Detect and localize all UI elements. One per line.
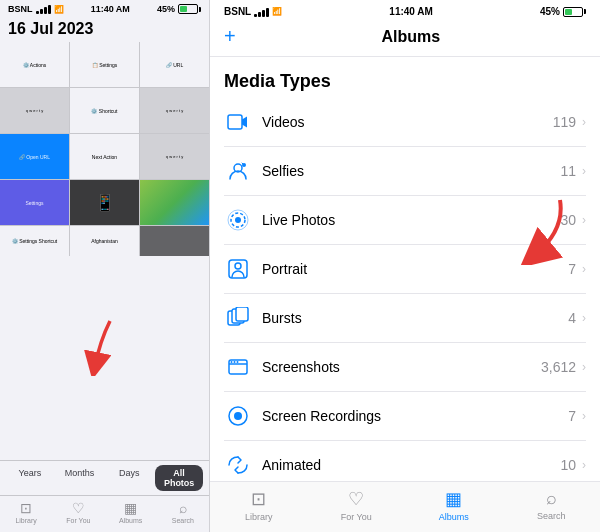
bursts-count: 4 bbox=[568, 310, 576, 326]
battery-body bbox=[178, 4, 198, 14]
battery-fill bbox=[180, 6, 187, 12]
r-tab-albums-label: Albums bbox=[439, 512, 469, 522]
thumb-2: 📋 Settings bbox=[70, 42, 139, 87]
thumb-4-text: q w e r t y bbox=[25, 107, 44, 114]
foryou-icon: ♡ bbox=[72, 500, 85, 516]
thumb-14-text: Afghanistan bbox=[90, 237, 118, 245]
animated-count: 10 bbox=[560, 457, 576, 473]
r-signal-2 bbox=[258, 12, 261, 17]
bursts-chevron: › bbox=[582, 311, 586, 325]
left-header: 16 Jul 2023 bbox=[0, 18, 209, 42]
left-screenshots-area[interactable]: ⚙️ Actions 📋 Settings 🔗 URL q w e r t y … bbox=[0, 42, 209, 460]
r-signal-1 bbox=[254, 14, 257, 17]
years-bar[interactable]: Years Months Days All Photos bbox=[0, 461, 209, 495]
albums-title: Albums bbox=[382, 28, 441, 46]
right-tab-search[interactable]: ⌕ Search bbox=[503, 488, 601, 522]
left-panel: BSNL 📶 11:40 AM 45% 16 Jul 2023 bbox=[0, 0, 210, 532]
animated-label: Animated bbox=[262, 457, 560, 473]
right-content[interactable]: Media Types Videos 119 › bbox=[210, 57, 600, 481]
right-battery-icon bbox=[563, 7, 586, 17]
live-photos-count: 30 bbox=[560, 212, 576, 228]
r-signal-4 bbox=[266, 8, 269, 17]
thumb-6: q w e r t y bbox=[140, 88, 209, 133]
thumb-7-text: 🔗 Open URL bbox=[18, 153, 51, 161]
left-tab-foryou[interactable]: ♡ For You bbox=[52, 500, 104, 524]
svg-point-12 bbox=[231, 361, 233, 363]
thumb-8: Next Action bbox=[70, 134, 139, 179]
left-tab-search[interactable]: ⌕ Search bbox=[157, 500, 209, 524]
r-library-icon: ⊡ bbox=[251, 488, 266, 510]
left-battery-pct: 45% bbox=[157, 4, 175, 14]
left-status-left: BSNL 📶 bbox=[8, 4, 64, 14]
tab-days[interactable]: Days bbox=[106, 465, 154, 491]
right-header: + Albums bbox=[210, 21, 600, 57]
screenshots-count: 3,612 bbox=[541, 359, 576, 375]
album-row-screen-recordings[interactable]: Screen Recordings 7 › bbox=[224, 392, 586, 441]
selfie-icon bbox=[224, 157, 252, 185]
r-tab-foryou-label: For You bbox=[341, 512, 372, 522]
left-tab-albums[interactable]: ▦ Albums bbox=[105, 500, 157, 524]
thumb-3-text: 🔗 URL bbox=[165, 61, 184, 69]
videos-count: 119 bbox=[553, 114, 576, 130]
left-tab-albums-label: Albums bbox=[119, 517, 142, 524]
videos-chevron: › bbox=[582, 115, 586, 129]
album-row-bursts[interactable]: Bursts 4 › bbox=[224, 294, 586, 343]
add-album-button[interactable]: + bbox=[224, 25, 236, 48]
svg-rect-0 bbox=[228, 115, 242, 129]
signal-bar-1 bbox=[36, 11, 39, 14]
r-battery-fill bbox=[565, 9, 572, 15]
signal-bar-2 bbox=[40, 9, 43, 14]
right-wifi-icon: 📶 bbox=[272, 7, 282, 16]
thumb-8-text: Next Action bbox=[91, 153, 118, 161]
album-row-portrait[interactable]: Portrait 7 › bbox=[224, 245, 586, 294]
tab-all-photos[interactable]: All Photos bbox=[155, 465, 203, 491]
screen-recordings-chevron: › bbox=[582, 409, 586, 423]
phone-image: 📱 bbox=[95, 193, 115, 212]
svg-point-16 bbox=[234, 412, 242, 420]
r-search-icon: ⌕ bbox=[546, 488, 557, 509]
left-red-arrow bbox=[80, 316, 130, 380]
album-row-live-photos[interactable]: Live Photos 30 › bbox=[224, 196, 586, 245]
album-row-animated[interactable]: Animated 10 › bbox=[224, 441, 586, 481]
right-panel: BSNL 📶 11:40 AM 45% + Albums bbox=[210, 0, 600, 532]
thumb-2-text: 📋 Settings bbox=[91, 61, 118, 69]
screen-recordings-count: 7 bbox=[568, 408, 576, 424]
live-photos-label: Live Photos bbox=[262, 212, 560, 228]
thumb-12 bbox=[140, 180, 209, 225]
left-tab-search-label: Search bbox=[172, 517, 194, 524]
thumb-10-text: Settings bbox=[24, 199, 44, 207]
albums-icon: ▦ bbox=[124, 500, 137, 516]
thumb-1-text: ⚙️ Actions bbox=[22, 61, 48, 69]
portrait-icon bbox=[224, 255, 252, 283]
thumb-9-text: q w e r t y bbox=[165, 153, 184, 160]
tab-years[interactable]: Years bbox=[6, 465, 54, 491]
svg-point-13 bbox=[234, 361, 236, 363]
thumb-14: Afghanistan bbox=[70, 226, 139, 256]
signal-bar-3 bbox=[44, 7, 47, 14]
thumb-10: Settings bbox=[0, 180, 69, 225]
right-tab-albums[interactable]: ▦ Albums bbox=[405, 488, 503, 522]
left-tab-library-label: Library bbox=[15, 517, 36, 524]
wifi-icon: 📶 bbox=[54, 5, 64, 14]
tab-months[interactable]: Months bbox=[56, 465, 104, 491]
selfies-label: Selfies bbox=[262, 163, 560, 179]
left-carrier: BSNL bbox=[8, 4, 33, 14]
screenshot-icon bbox=[224, 353, 252, 381]
r-battery-tip bbox=[584, 9, 586, 14]
right-tab-library[interactable]: ⊡ Library bbox=[210, 488, 308, 522]
svg-point-14 bbox=[237, 361, 239, 363]
album-row-selfies[interactable]: Selfies 11 › bbox=[224, 147, 586, 196]
album-row-videos[interactable]: Videos 119 › bbox=[224, 98, 586, 147]
thumb-9: q w e r t y bbox=[140, 134, 209, 179]
thumb-grid: ⚙️ Actions 📋 Settings 🔗 URL q w e r t y … bbox=[0, 42, 209, 256]
thumb-7: 🔗 Open URL bbox=[0, 134, 69, 179]
left-date: 16 Jul 2023 bbox=[8, 20, 201, 38]
video-icon bbox=[224, 108, 252, 136]
r-tab-search-label: Search bbox=[537, 511, 566, 521]
album-row-screenshots[interactable]: Screenshots 3,612 › bbox=[224, 343, 586, 392]
svg-point-7 bbox=[235, 263, 241, 269]
right-status-right: 45% bbox=[540, 6, 586, 17]
right-tab-foryou[interactable]: ♡ For You bbox=[308, 488, 406, 522]
left-tab-library[interactable]: ⊡ Library bbox=[0, 500, 52, 524]
selfies-chevron: › bbox=[582, 164, 586, 178]
